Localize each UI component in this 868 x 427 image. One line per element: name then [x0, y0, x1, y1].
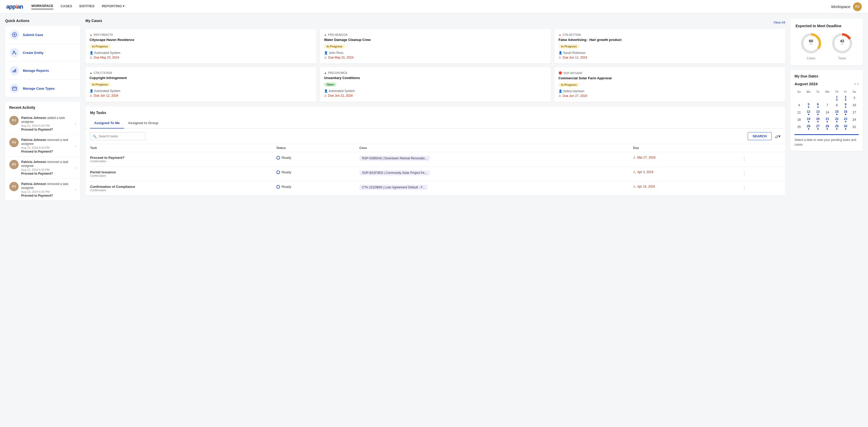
cal-event-day[interactable]: 5: [804, 102, 814, 109]
case-id-0: ▲ RSP-F8E6C7D: [90, 33, 312, 36]
nav-reporting[interactable]: REPORTING ▾: [102, 4, 124, 9]
cal-event-day[interactable]: 12: [804, 109, 814, 116]
activity-content-2: Patricia Johnson removed a task assignee…: [21, 160, 72, 175]
qa-create-entity[interactable]: Create Entity: [5, 44, 80, 62]
activity-link-3[interactable]: Proceed to Payment?: [21, 194, 72, 197]
cal-event-day[interactable]: 26: [804, 123, 814, 131]
cal-event-day[interactable]: 9: [841, 102, 850, 109]
activity-item-1[interactable]: PJ Patricia Johnson removed a task assig…: [5, 135, 80, 157]
case-card-1[interactable]: ▲ PRD-8EAE22A Water Damage Cleanup Crew …: [320, 29, 551, 63]
cal-event-day[interactable]: 13: [814, 109, 823, 116]
cal-event-day[interactable]: 15: [833, 109, 841, 116]
activity-link-2[interactable]: Proceed to Payment?: [21, 172, 72, 175]
cal-event-day[interactable]: 21: [822, 116, 832, 123]
view-all-cases-link[interactable]: View All: [774, 21, 785, 24]
activity-content-3: Patricia Johnson removed a task assignee…: [21, 182, 72, 197]
case-card-0[interactable]: ▲ RSP-F8E6C7D Cityscape Haven Residence …: [85, 29, 316, 63]
case-id-4: ▲ PRD-D9148C8: [324, 71, 547, 74]
task-name-cell-0: Proceed to Payment? Confirmation: [85, 152, 272, 167]
cal-event-day[interactable]: 23: [841, 116, 850, 123]
nav-workspace[interactable]: WORKSPACE: [31, 4, 53, 9]
case-card-3[interactable]: ▲ CTA-C737A18 Copyright Infringement In …: [85, 67, 316, 102]
nav-right: Workspace PJ: [831, 2, 862, 11]
activity-name-1: Patricia Johnson: [21, 138, 46, 142]
tab-assigned-to-me[interactable]: Assigned To Me: [90, 118, 124, 129]
top-navigation: appian WORKSPACE CASES ENTITIES REPORTIN…: [0, 0, 868, 13]
cal-day-cell: 7: [822, 102, 832, 109]
case-status-3: In Progress: [90, 82, 111, 87]
my-cases-title: My Cases: [85, 19, 102, 23]
cal-event-day[interactable]: 20: [814, 116, 823, 123]
cal-event-day[interactable]: 2: [841, 94, 850, 102]
cal-event-day[interactable]: 29: [833, 123, 841, 131]
search-button[interactable]: SEARCH: [748, 132, 772, 140]
qa-manage-reports[interactable]: Manage Reports: [5, 62, 80, 80]
task-due-cell-0: ⚠Mar 27, 2024: [628, 152, 737, 167]
cal-event-day[interactable]: 27: [814, 123, 823, 131]
activity-item-0[interactable]: PJ Patricia Johnson added a task assigne…: [5, 113, 80, 135]
search-input[interactable]: [90, 132, 146, 140]
case-id-3: ▲ CTA-C737A18: [90, 71, 312, 74]
cal-event-day[interactable]: 19: [804, 116, 814, 123]
cal-event-day[interactable]: 6: [814, 102, 823, 109]
table-row: Proceed to Payment? Confirmation Ready R…: [85, 152, 785, 167]
activity-content-0: Patricia Johnson added a task assignee A…: [21, 116, 72, 131]
case-title-0: Cityscape Haven Residence: [90, 38, 312, 42]
task-name-cell-2: Confirmation of Compliance Confirmation: [85, 181, 272, 196]
cal-event-day[interactable]: 28: [822, 123, 832, 131]
activity-time-0: Aug 12, 2024 6:43 PM: [21, 124, 72, 127]
nav-cases[interactable]: CASES: [61, 4, 72, 9]
cal-event-day[interactable]: 1: [833, 94, 841, 102]
cal-empty-cell: [795, 94, 804, 102]
task-status-cell-1: Ready: [272, 167, 355, 181]
col-status: Status: [272, 144, 355, 152]
filter-icon[interactable]: ⊿▾: [774, 134, 780, 139]
calendar-header: August 2024 ‹ ›: [795, 81, 859, 86]
qa-manage-case-types[interactable]: Manage Case Types: [5, 80, 80, 97]
my-cases-header: My Cases View All: [85, 19, 785, 26]
recent-activity-section: Recent Activity PJ Patricia Johnson adde…: [5, 102, 80, 201]
case-status-5: In Progress: [558, 83, 580, 87]
search-wrap: 🔍: [90, 132, 745, 140]
case-flag-0: ▲: [90, 33, 92, 36]
recent-activity-title: Recent Activity: [5, 102, 80, 110]
user-avatar[interactable]: PJ: [853, 2, 862, 11]
activity-name-3: Patricia Johnson: [21, 182, 46, 186]
more-options-button-0[interactable]: ⋮: [742, 156, 747, 162]
workspace-selector[interactable]: Workspace: [831, 4, 850, 9]
tab-assigned-to-group[interactable]: Assigned to Group: [124, 118, 162, 129]
activity-item-2[interactable]: PJ Patricia Johnson removed a task assig…: [5, 157, 80, 179]
tasks-table-body: Proceed to Payment? Confirmation Ready R…: [85, 152, 785, 196]
case-flag-3: ▲: [90, 71, 92, 74]
case-card-5[interactable]: 🔴 SOP-6971ADF Commercial Solar Farm Appr…: [554, 67, 785, 102]
nav-entities[interactable]: ENTITIES: [80, 4, 95, 9]
calendar-prev-button[interactable]: ‹: [854, 81, 856, 86]
cases-donut-svg: 60 %: [799, 32, 823, 55]
activity-item-3[interactable]: PJ Patricia Johnson removed a task assig…: [5, 179, 80, 201]
chevron-right-icon-1: ›: [75, 144, 76, 148]
col-case: Case: [355, 144, 629, 152]
more-options-button-2[interactable]: ⋮: [742, 185, 747, 191]
cal-event-day[interactable]: 30: [841, 123, 850, 131]
tasks-table: Task Status Case Due Proceed to Payment?…: [85, 144, 785, 196]
cal-day-cell: 11: [795, 109, 804, 116]
calendar-next-button[interactable]: ›: [858, 81, 859, 86]
svg-rect-6: [13, 71, 13, 72]
case-card-2[interactable]: ▲ CTA-0D7735A False Advertising - Hair g…: [554, 29, 785, 63]
activity-link-1[interactable]: Proceed to Payment?: [21, 150, 72, 153]
case-due-5: ⚠ Due Jun 27, 2024: [558, 94, 781, 98]
cal-event-day[interactable]: 16: [841, 109, 850, 116]
case-status-1: In Progress: [324, 44, 345, 49]
cal-day-cell: 24: [850, 116, 859, 123]
app-logo[interactable]: appian: [6, 3, 23, 10]
cases-grid: ▲ RSP-F8E6C7D Cityscape Haven Residence …: [85, 29, 785, 102]
svg-text:%: %: [810, 42, 812, 45]
case-card-4[interactable]: ▲ PRD-D9148C8 Unsanitary Conditions Open…: [320, 67, 551, 102]
cal-event-day[interactable]: 22: [833, 116, 841, 123]
case-assignee-3: 👤 Automated System: [90, 89, 312, 93]
more-options-button-1[interactable]: ⋮: [742, 170, 747, 176]
svg-point-3: [13, 51, 15, 53]
activity-link-0[interactable]: Proceed to Payment?: [21, 128, 72, 131]
calendar-title: My Due Dates: [795, 74, 859, 78]
qa-submit-case[interactable]: Submit Case: [5, 26, 80, 44]
